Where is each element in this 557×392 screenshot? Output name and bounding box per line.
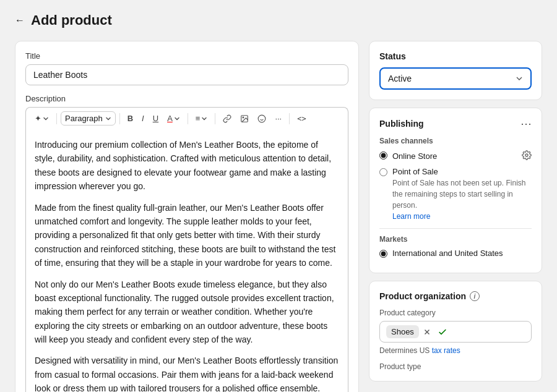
desc-para-2: Made from the finest quality full-grain … <box>35 201 339 270</box>
paragraph-select[interactable]: Paragraph <box>61 111 116 126</box>
sales-channels-label: Sales channels <box>379 137 532 145</box>
publishing-header: Publishing ⋯ <box>379 118 532 129</box>
market-radio[interactable] <box>379 250 387 258</box>
publishing-title: Publishing <box>379 119 424 129</box>
category-tag: Shoes <box>386 325 419 338</box>
check-icon <box>438 327 447 337</box>
category-remove-btn[interactable] <box>423 328 431 336</box>
online-store-radio[interactable] <box>379 151 387 160</box>
bold-btn[interactable]: B <box>124 111 137 126</box>
title-input[interactable] <box>25 64 348 85</box>
publishing-card: Publishing ⋯ Sales channels Online Store <box>369 108 542 273</box>
info-icon[interactable]: i <box>470 291 480 301</box>
page-container: ← Add product Title Description ✦ Paragr… <box>0 0 557 392</box>
org-title: Product organization <box>379 291 466 301</box>
svg-point-1 <box>243 117 244 118</box>
title-label: Title <box>25 51 348 61</box>
learn-more-link[interactable]: Learn more <box>392 212 430 221</box>
chevron-down-icon <box>43 116 49 122</box>
pos-radio[interactable] <box>379 168 387 176</box>
emoji-btn[interactable] <box>254 112 270 126</box>
toolbar-separator-1 <box>56 113 57 124</box>
pos-desc: Point of Sale has not been set up. Finis… <box>392 177 532 222</box>
publishing-more-btn[interactable]: ⋯ <box>520 118 532 129</box>
description-label: Description <box>25 94 348 103</box>
desc-para-1: Introducing our premium collection of Me… <box>35 138 339 194</box>
online-store-info: Online Store <box>392 150 532 162</box>
category-input-row[interactable]: Shoes <box>379 321 532 343</box>
more-btn[interactable]: ··· <box>271 111 285 126</box>
market-name: International and United States <box>392 249 532 258</box>
tax-rates-link[interactable]: tax rates <box>432 346 460 355</box>
left-panel: Title Description ✦ Paragraph B <box>15 41 359 392</box>
ai-btn[interactable]: ✦ <box>31 111 53 126</box>
product-org-card: Product organization i Product category … <box>369 281 542 381</box>
channel-online-store: Online Store <box>379 150 532 162</box>
back-button[interactable]: ← <box>15 15 25 26</box>
online-store-settings-btn[interactable] <box>522 150 532 162</box>
category-label: Product category <box>379 309 532 317</box>
close-icon <box>423 328 431 336</box>
product-type-label: Product type <box>379 362 532 371</box>
pos-name: Point of Sale <box>392 167 532 176</box>
product-card: Title Description ✦ Paragraph B <box>15 41 359 392</box>
desc-para-3: Not only do our Men's Leather Boots exud… <box>35 278 339 347</box>
image-icon <box>240 114 249 123</box>
tax-rates-text: Determines US tax rates <box>379 346 532 355</box>
link-icon <box>223 114 231 123</box>
status-card: Status Active Draft <box>369 41 542 100</box>
svg-point-5 <box>525 154 528 156</box>
category-confirm-btn[interactable] <box>435 327 447 337</box>
smile-icon <box>257 114 266 123</box>
page-title: Add product <box>31 12 112 28</box>
market-item: International and United States <box>379 249 532 258</box>
right-panel: Status Active Draft Publishing ⋯ Sales c… <box>369 41 542 381</box>
chevron-down-icon-2 <box>105 116 111 122</box>
toolbar-separator-2 <box>119 113 120 124</box>
toolbar-separator-5 <box>289 113 290 124</box>
chevron-down-icon-3 <box>174 116 180 122</box>
divider-1 <box>379 228 532 229</box>
chevron-down-icon-4 <box>201 116 207 122</box>
link-btn[interactable] <box>219 112 235 126</box>
code-btn[interactable]: <> <box>293 112 309 126</box>
svg-point-2 <box>259 115 266 122</box>
market-info: International and United States <box>392 249 532 258</box>
status-label: Status <box>379 51 532 61</box>
editor-toolbar: ✦ Paragraph B I U A <box>25 107 348 129</box>
toolbar-separator-4 <box>215 113 215 124</box>
channel-pos: Point of Sale Point of Sale has not been… <box>379 167 532 222</box>
markets-label: Markets <box>379 235 532 244</box>
page-header: ← Add product <box>15 12 542 28</box>
org-header: Product organization i <box>379 291 532 301</box>
pos-info: Point of Sale Point of Sale has not been… <box>392 167 532 222</box>
underline-btn[interactable]: U <box>149 111 162 126</box>
toolbar-separator-3 <box>188 113 188 124</box>
editor-content[interactable]: Introducing our premium collection of Me… <box>25 129 348 392</box>
status-select[interactable]: Active Draft <box>379 67 532 90</box>
main-layout: Title Description ✦ Paragraph B <box>15 41 542 392</box>
text-color-btn[interactable]: A <box>163 111 184 126</box>
align-btn[interactable]: ≡ <box>192 111 212 126</box>
settings-icon <box>522 150 532 160</box>
italic-btn[interactable]: I <box>138 111 148 126</box>
desc-para-4: Designed with versatility in mind, our M… <box>35 354 339 392</box>
media-btn[interactable] <box>236 112 253 126</box>
online-store-name: Online Store <box>392 150 532 162</box>
